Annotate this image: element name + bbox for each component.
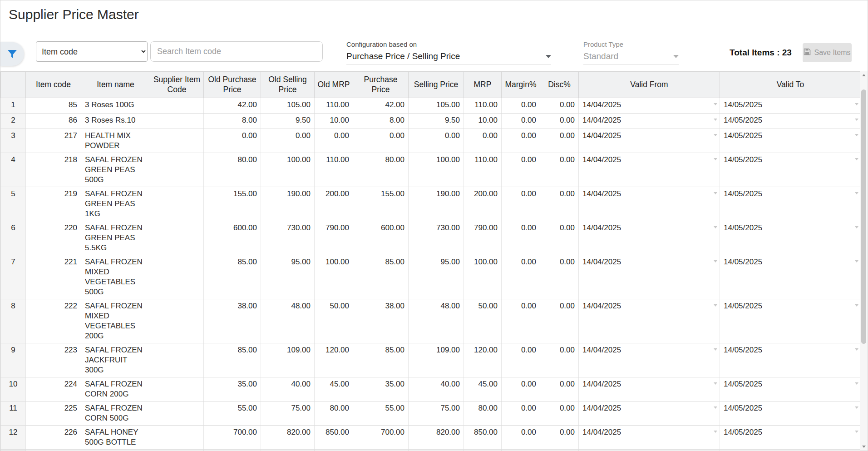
calendar-dropdown-icon[interactable] [714, 226, 717, 228]
mrp-cell[interactable]: 110.00 [464, 153, 502, 187]
calendar-dropdown-icon[interactable] [855, 134, 858, 136]
disc-cell[interactable]: 0.00 [540, 343, 579, 377]
supplier-item-code-cell[interactable] [150, 129, 204, 153]
purchase-price-cell[interactable]: 700.00 [353, 426, 409, 450]
calendar-dropdown-icon[interactable] [855, 382, 858, 385]
disc-cell[interactable]: 0.00 [540, 98, 579, 114]
valid-from-cell[interactable]: 14/04/2025 [579, 401, 720, 426]
mrp-cell[interactable]: 850.00 [464, 426, 502, 450]
mrp-cell[interactable]: 120.00 [464, 343, 502, 377]
calendar-dropdown-icon[interactable] [714, 134, 717, 136]
disc-cell[interactable]: 0.00 [540, 426, 579, 450]
old-mrp-header[interactable]: Old MRP [315, 72, 353, 98]
disc-cell[interactable]: 0.00 [540, 153, 579, 187]
selling-price-cell[interactable]: 820.00 [409, 426, 464, 450]
selling-price-cell[interactable]: 730.00 [409, 221, 464, 255]
save-items-button[interactable]: Save Items [803, 43, 852, 62]
selling-price-header[interactable]: Selling Price [409, 72, 464, 98]
vertical-scrollbar[interactable] [860, 71, 868, 451]
mrp-cell[interactable]: 110.00 [464, 98, 502, 114]
calendar-dropdown-icon[interactable] [855, 431, 858, 433]
purchase-price-cell[interactable]: 38.00 [353, 299, 409, 343]
product-type-select[interactable]: Standard [583, 51, 679, 65]
purchase-price-header[interactable]: Purchase Price [353, 72, 409, 98]
purchase-price-cell[interactable]: 350.00 [353, 450, 409, 451]
item-name-header[interactable]: Item name [81, 72, 150, 98]
purchase-price-cell[interactable]: 80.00 [353, 153, 409, 187]
calendar-dropdown-icon[interactable] [855, 103, 858, 105]
selling-price-cell[interactable]: 420.00 [409, 450, 464, 451]
valid-to-cell[interactable]: 14/05/2025 [720, 153, 860, 187]
valid-from-cell[interactable]: 14/04/2025 [579, 221, 720, 255]
scrollbar-thumb[interactable] [861, 89, 866, 344]
valid-from-cell[interactable]: 14/04/2025 [579, 377, 720, 401]
disc-cell[interactable]: 0.00 [540, 377, 579, 401]
mrp-header[interactable]: MRP [464, 72, 502, 98]
selling-price-cell[interactable]: 190.00 [409, 187, 464, 221]
purchase-price-cell[interactable]: 35.00 [353, 377, 409, 401]
disc-cell[interactable]: 0.00 [540, 221, 579, 255]
supplier-item-code-cell[interactable] [150, 377, 204, 401]
purchase-price-cell[interactable]: 85.00 [353, 255, 409, 299]
disc-cell[interactable]: 0.00 [540, 114, 579, 129]
filter-field-select[interactable]: Item code [36, 41, 148, 62]
mrp-cell[interactable]: 200.00 [464, 187, 502, 221]
valid-to-cell[interactable]: 14/05/2025 [720, 401, 860, 426]
mrp-cell[interactable]: 45.00 [464, 377, 502, 401]
supplier-item-code-cell[interactable] [150, 426, 204, 450]
mrp-cell[interactable]: 790.00 [464, 221, 502, 255]
valid-to-cell[interactable]: 14/05/2025 [720, 377, 860, 401]
purchase-price-cell[interactable]: 55.00 [353, 401, 409, 426]
mrp-cell[interactable]: 100.00 [464, 255, 502, 299]
calendar-dropdown-icon[interactable] [855, 260, 858, 263]
scroll-up-icon[interactable] [860, 71, 868, 79]
calendar-dropdown-icon[interactable] [714, 348, 717, 351]
valid-to-cell[interactable]: 14/05/2025 [720, 255, 860, 299]
purchase-price-cell[interactable]: 42.00 [353, 98, 409, 114]
valid-from-cell[interactable]: 14/04/2025 [579, 299, 720, 343]
mrp-cell[interactable]: 450.00 [464, 450, 502, 451]
scroll-down-icon[interactable] [860, 443, 868, 451]
valid-from-cell[interactable]: 14/04/2025 [579, 343, 720, 377]
item-code-header[interactable]: Item code [26, 72, 81, 98]
supplier-item-code-cell[interactable] [150, 114, 204, 129]
supplier-item-code-cell[interactable] [150, 221, 204, 255]
disc-cell[interactable]: 0.00 [540, 401, 579, 426]
calendar-dropdown-icon[interactable] [855, 119, 858, 121]
purchase-price-cell[interactable]: 8.00 [353, 114, 409, 129]
filter-button[interactable] [0, 42, 24, 66]
search-input[interactable] [150, 41, 323, 62]
valid-to-cell[interactable]: 14/05/2025 [720, 426, 860, 450]
disc-cell[interactable]: 0.00 [540, 129, 579, 153]
purchase-price-cell[interactable]: 600.00 [353, 221, 409, 255]
supplier-item-code-cell[interactable] [150, 343, 204, 377]
selling-price-cell[interactable]: 9.50 [409, 114, 464, 129]
valid-from-cell[interactable]: 14/04/2025 [579, 98, 720, 114]
old-selling-price-header[interactable]: Old Selling Price [261, 72, 315, 98]
calendar-dropdown-icon[interactable] [855, 192, 858, 194]
supplier-item-code-cell[interactable] [150, 98, 204, 114]
calendar-dropdown-icon[interactable] [855, 348, 858, 351]
selling-price-cell[interactable]: 40.00 [409, 377, 464, 401]
valid-from-cell[interactable]: 14/04/2025 [579, 153, 720, 187]
selling-price-cell[interactable]: 100.00 [409, 153, 464, 187]
calendar-dropdown-icon[interactable] [855, 304, 858, 307]
calendar-dropdown-icon[interactable] [714, 158, 717, 160]
supplier-item-code-cell[interactable] [150, 450, 204, 451]
supplier-item-code-cell[interactable] [150, 153, 204, 187]
disc-cell[interactable]: 0.00 [540, 299, 579, 343]
selling-price-cell[interactable]: 48.00 [409, 299, 464, 343]
valid-to-cell[interactable]: 14/05/2025 [720, 299, 860, 343]
valid-from-cell[interactable]: 14/04/2025 [579, 450, 720, 451]
calendar-dropdown-icon[interactable] [855, 158, 858, 160]
disc-cell[interactable]: 0.00 [540, 255, 579, 299]
selling-price-cell[interactable]: 75.00 [409, 401, 464, 426]
calendar-dropdown-icon[interactable] [714, 406, 717, 409]
disc-cell[interactable]: 0.00 [540, 187, 579, 221]
valid-to-cell[interactable]: 14/05/2025 [720, 343, 860, 377]
valid-from-cell[interactable]: 14/04/2025 [579, 129, 720, 153]
calendar-dropdown-icon[interactable] [714, 431, 717, 433]
valid-from-cell[interactable]: 14/04/2025 [579, 426, 720, 450]
purchase-price-cell[interactable]: 85.00 [353, 343, 409, 377]
purchase-price-cell[interactable]: 0.00 [353, 129, 409, 153]
